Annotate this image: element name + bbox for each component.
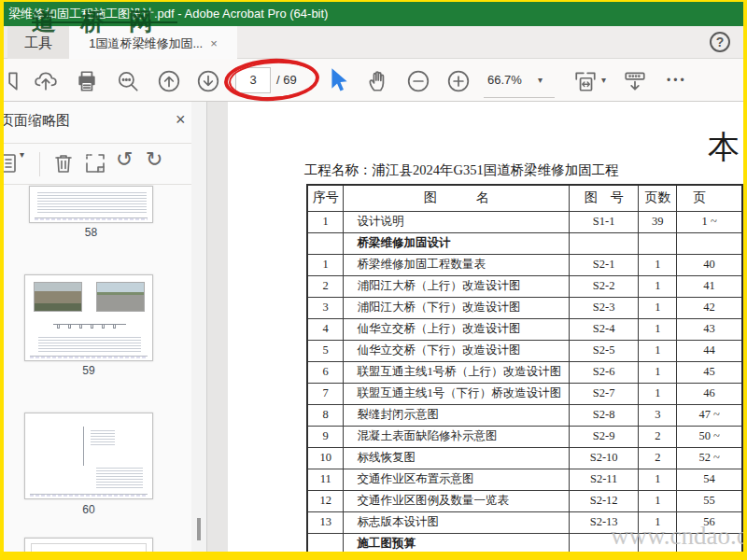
table-cell: 54 <box>677 469 742 490</box>
table-cell: 联盟互通主线1号桥（上行）改造设计图 <box>344 361 570 383</box>
previous-page-icon[interactable] <box>157 69 181 93</box>
table-row: 6联盟互通主线1号桥（上行）改造设计图S2-6145 <box>307 361 742 383</box>
rotate-cw-icon[interactable]: ↻ <box>146 148 162 171</box>
table-cell: 裂缝封闭示意图 <box>344 404 570 426</box>
zoom-chevron-down-icon[interactable]: ▾ <box>538 71 543 90</box>
thumbnail-page-61-partial[interactable] <box>24 538 153 552</box>
print-icon[interactable] <box>75 69 99 93</box>
table-cell: S2-8 <box>569 404 638 426</box>
tab-document[interactable]: 1国道桥梁维修加固...× <box>69 26 237 59</box>
table-cell: 1 <box>307 211 344 232</box>
fit-chevron-down-icon[interactable]: ▾ <box>601 71 606 90</box>
divider <box>39 152 40 176</box>
thumbnail-note-block <box>96 466 143 488</box>
table-cell: 41 <box>677 275 742 297</box>
help-icon[interactable]: ? <box>710 32 730 52</box>
page-thumbnails-panel: 页面缩略图 × ▾ ↺ ↻ 58 <box>4 102 207 552</box>
table-cell: 11 <box>307 469 344 490</box>
document-view: 本 工程名称：浦江县2024年G351国道桥梁维修加固工程 序号 图 名 图 号… <box>207 102 743 552</box>
thumbnail-photo-bridge <box>34 282 82 312</box>
zoom-underline <box>484 97 555 98</box>
table-row: 3浦阳江大桥（下行）改造设计图S2-3142 <box>307 297 742 318</box>
thumbnail-options-icon[interactable] <box>4 152 19 175</box>
table-row: 10标线恢复图S2-10252 ~ <box>307 447 742 469</box>
table-cell: 1 <box>639 361 677 383</box>
table-cell: 仙华立交桥（上行）改造设计图 <box>344 318 570 340</box>
fit-width-icon[interactable] <box>573 69 598 93</box>
pdf-page: 本 工程名称：浦江县2024年G351国道桥梁维修加固工程 序号 图 名 图 号… <box>228 102 743 552</box>
zoom-out-icon[interactable] <box>406 69 430 93</box>
table-cell: 7 <box>307 383 344 404</box>
table-cell: 42 <box>677 297 742 318</box>
thumbnail-page-58[interactable] <box>29 186 153 223</box>
table-cell: 1 <box>639 340 677 361</box>
table-cell: S2-10 <box>569 447 638 469</box>
table-cell: 桥梁维修加固设计 <box>344 232 570 254</box>
zoom-in-icon[interactable] <box>446 69 471 93</box>
table-cell: 1 ~ <box>677 211 742 232</box>
thumbnail-titleblock <box>30 356 147 358</box>
thumbnail-number: 59 <box>24 364 153 377</box>
sidebar-scrollbar-thumb[interactable] <box>197 518 201 540</box>
table-cell: 浦阳江大桥（下行）改造设计图 <box>344 297 570 318</box>
content-area: 页面缩略图 × ▾ ↺ ↻ 58 <box>4 102 743 552</box>
thumbnail-text-lines <box>37 190 147 215</box>
page-total-label: / 69 <box>276 67 297 93</box>
table-row: 1桥梁维修加固工程数量表S2-1140 <box>307 254 742 275</box>
table-cell: 44 <box>677 340 742 361</box>
table-cell: 5 <box>307 340 344 361</box>
crop-page-icon[interactable] <box>84 152 106 175</box>
selection-tool-icon[interactable] <box>327 66 351 94</box>
table-row: 5仙华立交桥（下行）改造设计图S2-5144 <box>307 340 742 361</box>
sidebar-scrollbar[interactable] <box>191 102 206 552</box>
tab-close-icon[interactable]: × <box>210 27 218 60</box>
thumbnail-titleblock <box>30 494 147 497</box>
thumbnail-page-60[interactable] <box>24 413 153 499</box>
share-cloud-icon[interactable] <box>34 69 58 93</box>
rotate-ccw-icon[interactable]: ↺ <box>116 148 133 171</box>
table-row: 8裂缝封闭示意图S2-8347 ~ <box>307 404 742 426</box>
table-cell <box>677 232 742 254</box>
table-row: 11交通作业区布置示意图S2-11154 <box>307 469 742 490</box>
header-page: 页 <box>677 185 742 211</box>
divider <box>4 184 200 185</box>
collapse-toolbar-icon[interactable] <box>623 69 647 93</box>
table-cell: S2-12 <box>569 490 638 511</box>
table-row: 7联盟互通主线1号（下行）桥改造设计图S2-7146 <box>307 383 742 404</box>
table-cell: S2-5 <box>569 340 638 361</box>
tab-document-label: 1国道桥梁维修加固... <box>89 27 203 60</box>
table-cell <box>639 232 677 254</box>
table-cell: S2-4 <box>569 318 638 340</box>
panel-close-icon[interactable]: × <box>176 110 186 130</box>
thumbnail-options-chevron-icon[interactable]: ▾ <box>20 146 24 164</box>
table-cell: 39 <box>639 211 677 232</box>
delete-page-icon[interactable] <box>52 152 75 175</box>
thumbnail-detail-line <box>83 427 84 466</box>
thumbnail-elevation-diagram <box>53 317 126 325</box>
table-cell: S2-9 <box>569 426 638 447</box>
table-cell: 8 <box>307 404 344 426</box>
table-cell: 13 <box>307 511 344 533</box>
table-cell: 46 <box>677 383 742 404</box>
hand-tool-icon[interactable] <box>366 69 390 93</box>
more-options-icon[interactable]: ••• <box>667 67 687 93</box>
table-cell: 1 <box>639 490 677 511</box>
clipped-tool-icon[interactable] <box>0 69 20 93</box>
header-pages: 页数 <box>639 185 677 211</box>
table-cell: S1-1 <box>569 211 638 232</box>
table-cell: 标线恢复图 <box>344 447 570 469</box>
thumbnail-page-59[interactable] <box>24 274 153 361</box>
table-cell: 联盟互通主线1号（下行）桥改造设计图 <box>344 383 570 404</box>
table-cell: 12 <box>307 490 344 511</box>
corner-character: 本 <box>708 126 740 169</box>
table-cell: 标志版本设计图 <box>344 511 570 533</box>
zoom-level-value[interactable]: 66.7% <box>487 67 522 93</box>
tab-tools[interactable]: 工具 <box>7 26 69 59</box>
next-page-icon[interactable] <box>196 69 220 93</box>
table-cell: 50 ~ <box>677 426 742 447</box>
table-cell: 1 <box>639 254 677 275</box>
table-cell: S2-1 <box>569 254 638 275</box>
thumbnail-note-block <box>91 428 115 445</box>
page-number-input[interactable]: 3 <box>235 67 271 93</box>
search-icon[interactable] <box>116 69 140 93</box>
